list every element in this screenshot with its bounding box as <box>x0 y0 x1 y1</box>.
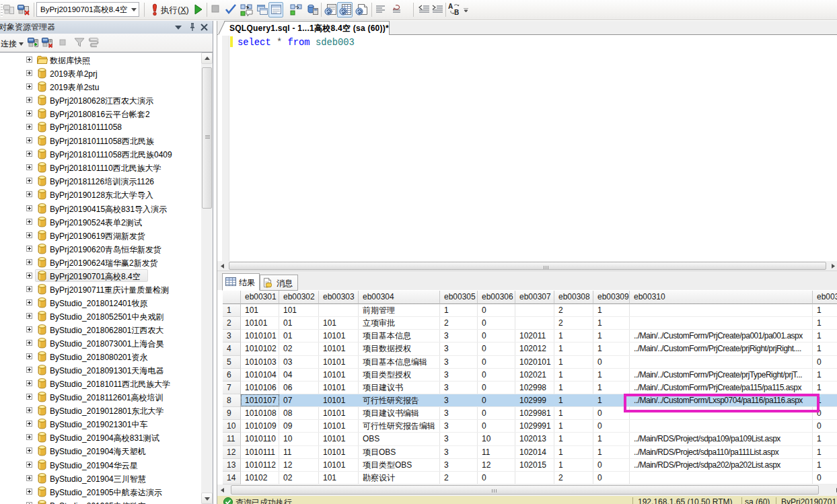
svg-text:B: B <box>454 9 459 16</box>
svg-text:A: A <box>448 3 453 10</box>
